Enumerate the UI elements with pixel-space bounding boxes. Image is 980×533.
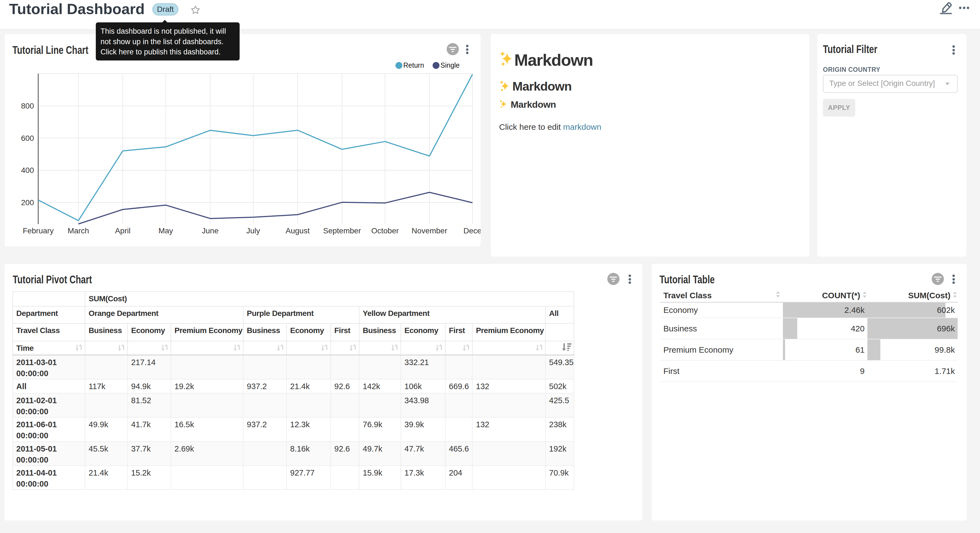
svg-text:February: February bbox=[23, 227, 54, 235]
svg-text:March: March bbox=[68, 227, 89, 235]
svg-text:400: 400 bbox=[21, 166, 34, 174]
svg-text:April: April bbox=[115, 227, 130, 235]
svg-text:600: 600 bbox=[21, 134, 34, 142]
svg-text:Dece: Dece bbox=[463, 227, 480, 235]
svg-text:800: 800 bbox=[21, 102, 34, 110]
svg-text:September: September bbox=[323, 227, 361, 235]
svg-text:November: November bbox=[412, 227, 447, 235]
svg-text:200: 200 bbox=[21, 198, 34, 207]
svg-text:June: June bbox=[202, 227, 219, 235]
svg-text:Return: Return bbox=[403, 61, 424, 69]
svg-text:October: October bbox=[371, 227, 399, 235]
svg-text:May: May bbox=[159, 227, 173, 235]
svg-text:August: August bbox=[286, 227, 310, 235]
svg-text:Single: Single bbox=[441, 61, 460, 69]
svg-text:July: July bbox=[246, 227, 260, 235]
